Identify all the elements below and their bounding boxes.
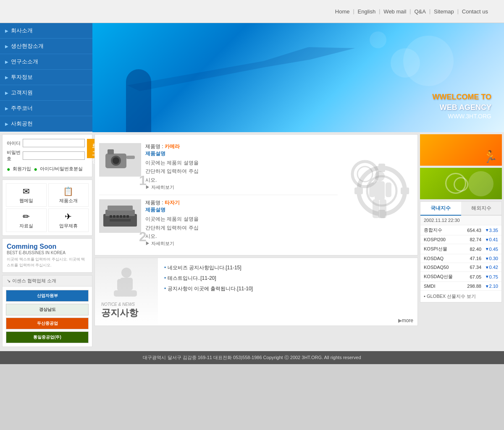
- stock-row-0: 종합지수 654.43 ▼3.35: [420, 225, 501, 235]
- ad-circle-decoration: [468, 171, 494, 196]
- notice-person-svg: [101, 264, 152, 302]
- product-more-1[interactable]: 자세히보기: [145, 185, 174, 190]
- product-info-1: 제품명 : 카메라 제품설명 이곳에는 제품의 설명을간단하게 입력하여 주십시…: [145, 143, 338, 190]
- svg-rect-14: [110, 219, 131, 222]
- product-list: 1 제품명 : 카메라 제품설명 이곳에는 제품의 설명을간단하게 입력하여 주…: [95, 135, 342, 255]
- product-info-2: 제품명 : 타자기 제품설명 이곳에는 제품의 설명을간단하게 입력하여 주십시…: [145, 199, 338, 247]
- nav-qa[interactable]: Q&A: [414, 8, 425, 15]
- stock-tabs: 국내지수 해외지수: [420, 202, 501, 216]
- svg-rect-7: [108, 206, 133, 211]
- gear-person-svg: [344, 153, 415, 237]
- product-number-1: 1: [139, 173, 147, 188]
- footer: 대구광역시 달서구 김감중 169-11 대표전화 053)558-1986 C…: [0, 351, 504, 364]
- svg-rect-19: [354, 188, 363, 194]
- camera-svg: [101, 145, 139, 175]
- login-id-input[interactable]: [23, 139, 85, 147]
- sidebar-menu: ▶ 회사소개 ▶ 생산현장소개 ▶ 연구소소개 ▶ 투자정보 ▶ 고객지원: [0, 23, 92, 132]
- banner: WWELCOME TO WEB AGENCY WWW.3HT.ORG: [92, 23, 504, 132]
- svg-rect-3: [126, 156, 135, 159]
- nav-sep-2: |: [379, 8, 380, 14]
- sidebar-item-invest[interactable]: ▶ 투자정보: [0, 70, 92, 85]
- product-item-2: 2 제품명 : 타자기 제품설명 이곳에는 제품의 설명을간단하게 입력하여 주…: [99, 195, 338, 251]
- svg-point-29: [121, 268, 131, 278]
- product-more-2[interactable]: 자세히보기: [145, 241, 174, 246]
- stock-row-5: KOSDAQ선물 67.05 ▼0.75: [420, 272, 501, 282]
- notice-item-2[interactable]: 공지사항이 이곳에 출력됩니다.[11-10]: [164, 285, 411, 292]
- coming-soon-subtitle: BEST E-BUSSINES IN KOREA: [7, 250, 88, 255]
- nav-sep-3: |: [410, 8, 411, 14]
- nav-webmail[interactable]: Web mail: [383, 8, 406, 15]
- products-area: 1 제품명 : 카메라 제품설명 이곳에는 제품의 설명을간단하게 입력하여 주…: [94, 134, 418, 255]
- banner-person-silhouette: [126, 69, 151, 132]
- sidebar-item-production[interactable]: ▶ 생산현장소개: [0, 39, 92, 54]
- partner-logo-0[interactable]: 산업자원부: [6, 290, 89, 302]
- ad-banner-orange[interactable]: 🏃: [420, 134, 502, 166]
- stock-row-1: KOSPI200 82.74 ▼0.41: [420, 235, 501, 244]
- nav-english[interactable]: English: [358, 8, 376, 15]
- product-item-1: 1 제품명 : 카메라 제품설명 이곳에는 제품의 설명을간단하게 입력하여 주…: [99, 139, 338, 195]
- notice-content-wrapper: 네오비즈 공지사항입니다.[11-15] 테스트입니다..[11-20] 공지사…: [158, 258, 417, 326]
- banner-url: WWW.3HT.ORG: [432, 113, 491, 120]
- quick-link-webmail[interactable]: ✉ 웹메일: [6, 183, 47, 207]
- banner-circle-small: [370, 31, 386, 48]
- notice-item-0[interactable]: 네오비즈 공지사항입니다.[11-15]: [164, 264, 411, 271]
- mail-icon: ✉: [23, 186, 30, 196]
- product-desc-label-2: 제품설명: [145, 206, 338, 214]
- svg-rect-9: [113, 215, 116, 218]
- nav-sep-1: |: [353, 8, 354, 14]
- login-pw-input[interactable]: [23, 151, 85, 160]
- arrow-icon: ↘: [7, 278, 10, 284]
- stock-row-6: SMDI 298.88 ▼2.10: [420, 282, 501, 291]
- banner-plane-shape: [126, 41, 358, 98]
- svg-rect-4: [108, 149, 114, 154]
- partner-logo-2[interactable]: 두산중공업: [6, 318, 89, 329]
- svg-rect-20: [401, 188, 409, 194]
- product-name-2: 타자기: [165, 200, 180, 206]
- nav-contact[interactable]: Contact us: [462, 8, 488, 15]
- product-name-label-1: 제품명 : 카메라: [145, 143, 338, 150]
- notice-more-button[interactable]: more: [158, 315, 417, 326]
- sidebar-item-research[interactable]: ▶ 연구소소개: [0, 54, 92, 70]
- svg-rect-17: [378, 164, 385, 172]
- right-panel: 🏃 국내지수 해외지수 2002.11.12 22:30 종합지수 654.43…: [420, 134, 502, 347]
- banner-welcome-line2: WEB AGENCY: [432, 102, 491, 113]
- banner-welcome-line1: WWELCOME TO: [432, 92, 491, 102]
- sidebar-arrow-icon: ▶: [5, 60, 8, 64]
- quick-links: ✉ 웹메일 📋 제품소개 ✏ 자료실 ✈ 업무제휴: [2, 180, 92, 236]
- svg-point-2: [113, 157, 119, 164]
- nav-sep-4: |: [429, 8, 430, 14]
- nav-sep-5: |: [457, 8, 459, 14]
- stock-tab-domestic[interactable]: 국내지수: [420, 202, 461, 216]
- notice-item-1[interactable]: 테스트입니다..[11-20]: [164, 275, 411, 282]
- partner-logo-3[interactable]: 통일중공업(주): [6, 331, 89, 343]
- sidebar-item-social[interactable]: ▶ 사회공헌: [0, 116, 92, 132]
- svg-rect-8: [110, 215, 112, 218]
- notice-area: NOTICE & NEWS 공지사항 네오비즈 공지사항입니다.[11-15] …: [94, 258, 418, 326]
- register-link[interactable]: 회원가입: [13, 166, 31, 172]
- svg-rect-6: [105, 210, 135, 216]
- sidebar-item-about[interactable]: ▶ 회사소개: [0, 23, 92, 39]
- find-pw-link[interactable]: 아이디/비밀번호분실: [40, 166, 83, 172]
- runner-icon: 🏃: [483, 150, 498, 164]
- globex-link[interactable]: GLOBEX 선물지수 보기: [420, 291, 501, 302]
- quick-link-partnership[interactable]: ✈ 업무제휴: [48, 208, 89, 232]
- nav-sitemap[interactable]: Sitemap: [434, 8, 454, 15]
- partnership-icon: ✈: [65, 211, 72, 222]
- quick-link-data[interactable]: ✏ 자료실: [6, 208, 47, 232]
- coming-soon-title: Comming Soon: [7, 243, 88, 250]
- sidebar-item-support[interactable]: ▶ 고객지원: [0, 85, 92, 101]
- nav-home[interactable]: Home: [335, 8, 350, 15]
- ad-banner-green[interactable]: [420, 168, 502, 199]
- partner-logo-1[interactable]: 경상남도: [6, 304, 89, 315]
- ad-circle-3: [454, 177, 468, 192]
- notice-content: 네오비즈 공지사항입니다.[11-15] 테스트입니다..[11-20] 공지사…: [158, 258, 417, 315]
- partner-header: ↘ 이센스 협력업체 소개: [3, 276, 92, 287]
- svg-rect-10: [116, 215, 119, 218]
- svg-rect-32: [117, 279, 122, 291]
- stock-tab-overseas[interactable]: 해외지수: [461, 202, 502, 216]
- sidebar-item-shareholder[interactable]: ▶ 주주코너: [0, 101, 92, 116]
- typewriter-svg: [101, 201, 139, 231]
- svg-rect-27: [373, 199, 379, 218]
- quick-link-products[interactable]: 📋 제품소개: [48, 183, 89, 207]
- login-pw-row: 비밀번호: [7, 149, 85, 162]
